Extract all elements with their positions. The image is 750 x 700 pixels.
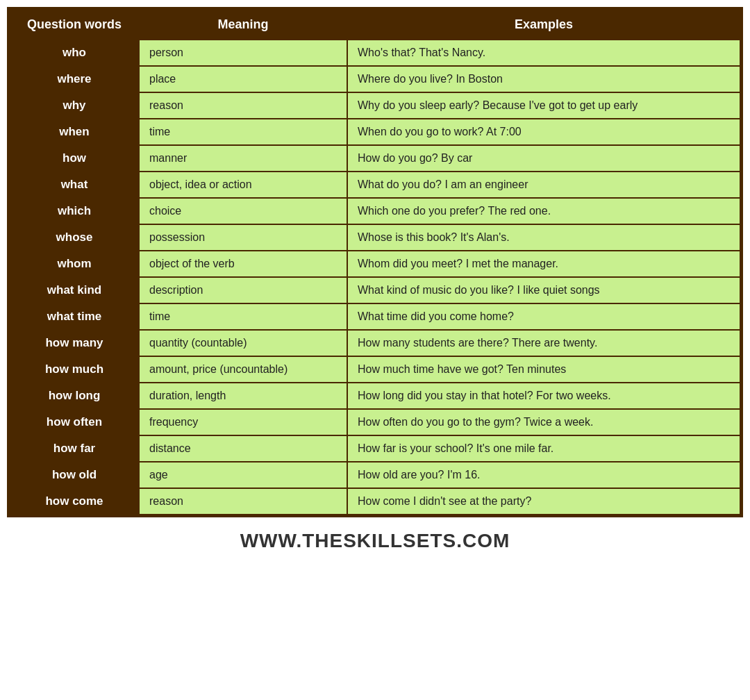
table-row: how oftenfrequencyHow often do you go to… [10,409,740,435]
table-row: whopersonWho's that? That's Nancy. [10,40,740,66]
word-cell: who [10,40,139,66]
header-question-words: Question words [10,10,139,40]
table-row: how longduration, lengthHow long did you… [10,383,740,409]
word-cell: whose [10,224,139,251]
word-cell: what [10,172,139,198]
example-cell: What kind of music do you like? I like q… [347,277,740,303]
example-cell: How do you go? By car [347,145,740,172]
table-row: whyreasonWhy do you sleep early? Because… [10,92,740,119]
meaning-cell: person [139,40,347,66]
meaning-cell: possession [139,224,347,251]
table-row: how comereasonHow come I didn't see at t… [10,488,740,515]
example-cell: How much time have we got? Ten minutes [347,356,740,383]
meaning-cell: object of the verb [139,251,347,277]
word-cell: how long [10,383,139,409]
header-meaning: Meaning [139,10,347,40]
table-row: how oldageHow old are you? I'm 16. [10,462,740,488]
footer-website: WWW.THESKILLSETS.COM [240,530,510,552]
word-cell: how many [10,330,139,356]
word-cell: how [10,145,139,172]
example-cell: What time did you come home? [347,303,740,330]
example-cell: Where do you live? In Boston [347,66,740,92]
meaning-cell: time [139,303,347,330]
header-examples: Examples [347,10,740,40]
example-cell: Who's that? That's Nancy. [347,40,740,66]
meaning-cell: choice [139,198,347,224]
example-cell: How come I didn't see at the party? [347,488,740,515]
meaning-cell: reason [139,488,347,515]
word-cell: how much [10,356,139,383]
example-cell: Why do you sleep early? Because I've got… [347,92,740,119]
word-cell: how come [10,488,139,515]
meaning-cell: time [139,119,347,145]
example-cell: Whom did you meet? I met the manager. [347,251,740,277]
table-row: what timetimeWhat time did you come home… [10,303,740,330]
meaning-cell: description [139,277,347,303]
meaning-cell: age [139,462,347,488]
word-cell: how often [10,409,139,435]
meaning-cell: distance [139,435,347,462]
table-row: whosepossessionWhose is this book? It's … [10,224,740,251]
word-cell: which [10,198,139,224]
table-row: how muchamount, price (uncountable)How m… [10,356,740,383]
table-row: how fardistanceHow far is your school? I… [10,435,740,462]
example-cell: How long did you stay in that hotel? For… [347,383,740,409]
meaning-cell: manner [139,145,347,172]
meaning-cell: frequency [139,409,347,435]
main-table-wrapper: Question words Meaning Examples whoperso… [7,7,743,517]
meaning-cell: duration, length [139,383,347,409]
word-cell: when [10,119,139,145]
meaning-cell: amount, price (uncountable) [139,356,347,383]
example-cell: Whose is this book? It's Alan's. [347,224,740,251]
meaning-cell: reason [139,92,347,119]
word-cell: whom [10,251,139,277]
word-cell: where [10,66,139,92]
table-row: how manyquantity (countable)How many stu… [10,330,740,356]
example-cell: How often do you go to the gym? Twice a … [347,409,740,435]
example-cell: How many students are there? There are t… [347,330,740,356]
table-row: howmannerHow do you go? By car [10,145,740,172]
table-row: whomobject of the verbWhom did you meet?… [10,251,740,277]
example-cell: How old are you? I'm 16. [347,462,740,488]
word-cell: how far [10,435,139,462]
word-cell: why [10,92,139,119]
table-row: whentimeWhen do you go to work? At 7:00 [10,119,740,145]
table-row: what kinddescriptionWhat kind of music d… [10,277,740,303]
table-row: whichchoiceWhich one do you prefer? The … [10,198,740,224]
meaning-cell: object, idea or action [139,172,347,198]
table-row: whereplaceWhere do you live? In Boston [10,66,740,92]
example-cell: When do you go to work? At 7:00 [347,119,740,145]
example-cell: How far is your school? It's one mile fa… [347,435,740,462]
question-words-table: Question words Meaning Examples whoperso… [9,9,741,515]
table-header-row: Question words Meaning Examples [10,10,740,40]
example-cell: What do you do? I am an engineer [347,172,740,198]
word-cell: how old [10,462,139,488]
meaning-cell: place [139,66,347,92]
meaning-cell: quantity (countable) [139,330,347,356]
table-row: whatobject, idea or actionWhat do you do… [10,172,740,198]
example-cell: Which one do you prefer? The red one. [347,198,740,224]
word-cell: what time [10,303,139,330]
word-cell: what kind [10,277,139,303]
table-body: whopersonWho's that? That's Nancy.wherep… [10,40,740,515]
